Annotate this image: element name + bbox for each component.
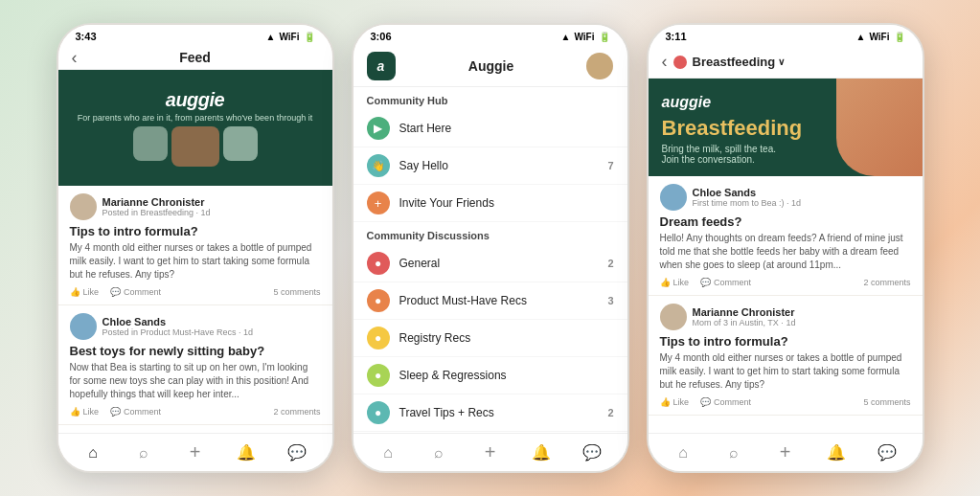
comment-action-1[interactable]: 💬 Comment xyxy=(110,287,161,297)
signal-icon: ▲ xyxy=(266,32,276,42)
hero-photo-3 xyxy=(223,126,258,161)
hero-photo-2 xyxy=(171,126,219,167)
like-label-bf-2: Like xyxy=(673,397,690,407)
post-meta-1: Posted in Breastfeeding · 1d xyxy=(103,208,321,217)
status-bar-2: 3:06 ▲ WiFi 🔋 xyxy=(353,25,627,46)
general-icon: ● xyxy=(367,252,390,275)
section-title-discussions: Community Discussions xyxy=(353,222,627,245)
bell-icon-2[interactable]: 🔔 xyxy=(528,443,555,462)
post-author-info-2: Chloe Sands Posted in Product Must-Have … xyxy=(103,316,321,337)
phone-breastfeeding: 3:11 ▲ WiFi 🔋 ‹ Breastfeeding ∨ auggie B… xyxy=(647,23,924,473)
user-avatar-community[interactable] xyxy=(586,53,613,79)
community-item-start-here[interactable]: ▶ Start Here xyxy=(353,110,627,147)
home-icon-3[interactable]: ⌂ xyxy=(670,444,696,462)
bf-post-actions-2: 👍 Like 💬 Comment 5 comments xyxy=(660,397,911,407)
bf-hero: auggie Breastfeeding Bring the milk, spi… xyxy=(649,79,923,176)
comment-icon-1: 💬 xyxy=(110,287,121,297)
general-count: 2 xyxy=(607,258,613,269)
community-item-invite[interactable]: + Invite Your Friends xyxy=(353,185,627,222)
signal-icon-2: ▲ xyxy=(561,32,571,42)
back-icon[interactable]: ‹ xyxy=(72,48,78,68)
bell-icon-3[interactable]: 🔔 xyxy=(823,443,850,462)
travel-label: Travel Tips + Recs xyxy=(399,406,599,419)
back-icon-3[interactable]: ‹ xyxy=(662,52,668,72)
comment-label-bf-2: Comment xyxy=(714,397,751,407)
feed-content: auggie For parents who are in it, from p… xyxy=(58,70,332,433)
search-icon-3[interactable]: ⌕ xyxy=(720,444,747,462)
community-item-sleep[interactable]: ● Sleep & Regressions xyxy=(353,357,627,395)
status-bar-3: 3:11 ▲ WiFi 🔋 xyxy=(649,25,923,46)
general-label: General xyxy=(399,257,599,270)
invite-icon: + xyxy=(367,192,390,214)
add-icon-2[interactable]: + xyxy=(476,441,503,463)
like-action-1[interactable]: 👍 Like xyxy=(70,287,100,297)
phone-feed: 3:43 ▲ WiFi 🔋 ‹ Feed auggie For parents … xyxy=(57,23,334,473)
add-icon-1[interactable]: + xyxy=(181,441,208,463)
post-actions-1: 👍 Like 💬 Comment 5 comments xyxy=(70,287,321,297)
bf-feed-scroll: Chloe Sands First time mom to Bea :) · 1… xyxy=(649,176,923,433)
home-icon-1[interactable]: ⌂ xyxy=(80,444,106,462)
community-item-registry[interactable]: ● Registry Recs xyxy=(353,320,627,357)
channel-dot xyxy=(673,56,687,69)
feed-post-2: Chloe Sands Posted in Product Must-Have … xyxy=(58,305,332,425)
bottom-nav-2: ⌂ ⌕ + 🔔 💬 xyxy=(353,433,627,471)
hero-photo-1 xyxy=(133,126,168,161)
like-action-2[interactable]: 👍 Like xyxy=(70,407,100,417)
bf-comments-count-2: 5 comments xyxy=(863,397,910,407)
bf-like-1[interactable]: 👍 Like xyxy=(660,278,690,287)
bf-like-2[interactable]: 👍 Like xyxy=(660,397,690,407)
hero-photos xyxy=(133,126,258,167)
chat-icon-1[interactable]: 💬 xyxy=(284,443,310,462)
search-icon-2[interactable]: ⌕ xyxy=(425,444,452,462)
bf-comment-2[interactable]: 💬 Comment xyxy=(700,397,751,407)
community-item-general[interactable]: ● General 2 xyxy=(353,245,627,282)
community-header: a Auggie xyxy=(353,46,627,87)
product-recs-count: 3 xyxy=(607,295,613,306)
post-title-1[interactable]: Tips to intro formula? xyxy=(70,224,321,238)
like-icon-bf-2: 👍 xyxy=(660,397,671,407)
chevron-down-icon: ∨ xyxy=(778,56,785,67)
bf-post-actions-1: 👍 Like 💬 Comment 2 comments xyxy=(660,278,911,287)
bf-content: auggie Breastfeeding Bring the milk, spi… xyxy=(649,79,923,433)
bf-post-author-2: Marianne Chronister Mom of 3 in Austin, … xyxy=(693,306,911,327)
bf-post-title-1[interactable]: Dream feeds? xyxy=(660,214,911,229)
avatar-marianne-1 xyxy=(70,193,97,220)
nav-title-feed: Feed xyxy=(179,50,211,65)
hero-tagline: For parents who are in it, from parents … xyxy=(78,113,312,123)
nav-title-community: Auggie xyxy=(468,58,513,74)
comment-icon-2: 💬 xyxy=(110,407,121,417)
like-icon-2: 👍 xyxy=(70,407,80,417)
bf-post-title-2[interactable]: Tips to intro formula? xyxy=(660,334,911,349)
bf-nav-title: Breastfeeding ∨ xyxy=(693,55,786,69)
bf-comment-1[interactable]: 💬 Comment xyxy=(700,278,751,287)
comment-action-2[interactable]: 💬 Comment xyxy=(110,407,161,417)
chat-icon-3[interactable]: 💬 xyxy=(874,443,900,462)
like-label-bf-1: Like xyxy=(673,278,690,287)
auggie-avatar[interactable]: a xyxy=(367,52,396,80)
add-icon-3[interactable]: + xyxy=(771,441,798,463)
chat-icon-2[interactable]: 💬 xyxy=(579,443,605,462)
start-here-icon: ▶ xyxy=(367,117,390,140)
sleep-icon: ● xyxy=(367,364,390,387)
battery-icon-3: 🔋 xyxy=(894,32,905,42)
registry-icon: ● xyxy=(367,327,390,349)
bell-icon-1[interactable]: 🔔 xyxy=(233,443,260,462)
community-item-say-hello[interactable]: 👋 Say Hello 7 xyxy=(353,147,627,185)
community-item-product-recs[interactable]: ● Product Must-Have Recs 3 xyxy=(353,282,627,320)
avatar-marianne-3 xyxy=(660,304,687,330)
community-item-travel[interactable]: ● Travel Tips + Recs 2 xyxy=(353,395,627,432)
say-hello-count: 7 xyxy=(607,160,613,171)
comment-label-2: Comment xyxy=(124,407,161,417)
search-icon-1[interactable]: ⌕ xyxy=(130,444,157,462)
comment-icon-bf-1: 💬 xyxy=(700,278,711,287)
time-3: 3:11 xyxy=(666,31,687,42)
post-title-2[interactable]: Best toys for newly sitting baby? xyxy=(70,344,321,358)
home-icon-2[interactable]: ⌂ xyxy=(375,444,401,462)
say-hello-icon: 👋 xyxy=(367,154,390,177)
battery-icon-2: 🔋 xyxy=(599,32,610,42)
bf-post-author-1: Chloe Sands First time mom to Bea :) · 1… xyxy=(693,187,911,208)
feed-hero: auggie For parents who are in it, from p… xyxy=(58,70,332,186)
bottom-nav-1: ⌂ ⌕ + 🔔 💬 xyxy=(58,433,332,471)
comment-label-bf-1: Comment xyxy=(714,278,751,287)
bf-author-name-1: Chloe Sands xyxy=(693,187,911,198)
